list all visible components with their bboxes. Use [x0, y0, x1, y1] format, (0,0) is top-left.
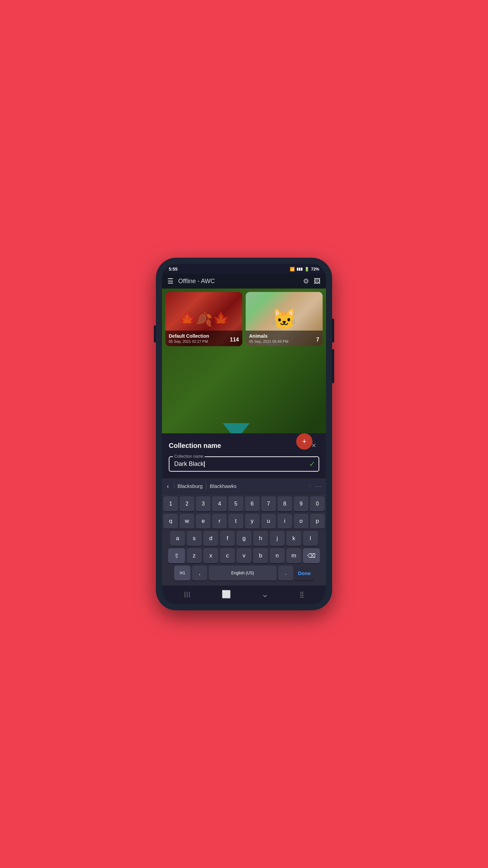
key-i[interactable]: i — [278, 514, 292, 529]
nav-down-icon[interactable]: ⌄ — [261, 589, 269, 599]
key-7[interactable]: 7 — [261, 496, 276, 511]
key-j[interactable]: j — [270, 531, 285, 546]
key-q[interactable]: q — [163, 514, 178, 529]
keyboard: 1 2 3 4 5 6 7 8 9 0 q w — [162, 494, 326, 586]
menu-icon[interactable]: ☰ — [167, 277, 174, 285]
key-p[interactable]: p — [310, 514, 325, 529]
key-4[interactable]: 4 — [212, 496, 227, 511]
key-b[interactable]: b — [253, 548, 268, 563]
key-l[interactable]: l — [303, 531, 318, 546]
key-v[interactable]: v — [237, 548, 251, 563]
dialog-title: Collection name — [169, 442, 221, 450]
collection-card-default[interactable]: Default Collection 05 Sep, 2021 02:27 PM… — [165, 292, 242, 346]
card-overlay-animals: Animals 05 Sep, 2021 05:49 PM — [246, 331, 323, 346]
keyboard-row-numbers: 1 2 3 4 5 6 7 8 9 0 — [163, 496, 325, 511]
nav-back-icon[interactable]: ||| — [184, 591, 191, 598]
heart-icon[interactable]: ♥ — [308, 482, 312, 490]
key-n[interactable]: n — [270, 548, 285, 563]
collection-name-input[interactable]: Collection name Dark Black ✓ — [169, 456, 319, 472]
cursor — [204, 461, 205, 467]
keyboard-row-bottom: !#1 , English (US) . Done — [163, 566, 325, 580]
fab-add-button[interactable]: + — [296, 433, 312, 450]
shift-key[interactable]: ⇧ — [168, 548, 185, 563]
key-6[interactable]: 6 — [245, 496, 260, 511]
nav-bar: ||| ⬜ ⌄ ⣿ — [162, 586, 326, 604]
period-key[interactable]: . — [278, 566, 293, 580]
key-m[interactable]: m — [286, 548, 301, 563]
symbols-key[interactable]: !#1 — [174, 566, 190, 580]
key-u[interactable]: u — [261, 514, 276, 529]
collection-card-animals[interactable]: Animals 05 Sep, 2021 05:49 PM 7 — [246, 292, 323, 346]
key-8[interactable]: 8 — [278, 496, 292, 511]
autocomplete-back-icon[interactable]: ‹ — [167, 482, 169, 490]
more-icon[interactable]: ⋯ — [315, 482, 321, 490]
space-key[interactable]: English (US) — [209, 566, 277, 580]
card-name-animals: Animals — [249, 333, 319, 339]
key-9[interactable]: 9 — [294, 496, 308, 511]
bottom-sheet: + Collection name × Collection name Dark… — [162, 433, 326, 604]
autocomplete-bar: ‹ Blacksburg Blackhawks ♥ ⋯ — [162, 478, 326, 494]
settings-icon[interactable]: ⚙ — [303, 277, 309, 285]
keyboard-row-zxcv: ⇧ z x c v b n m ⌫ — [163, 548, 325, 563]
confirm-icon[interactable]: ✓ — [309, 460, 315, 469]
status-icons: 📶 ▮▮▮ 🔋 72% — [290, 267, 319, 272]
collections-grid: Default Collection 05 Sep, 2021 02:27 PM… — [165, 292, 323, 346]
card-date-default: 05 Sep, 2021 02:27 PM — [169, 339, 239, 343]
keyboard-row-qwerty: q w e r t y u i o p — [163, 514, 325, 529]
key-1[interactable]: 1 — [163, 496, 178, 511]
app-header: ☰ Offline - AWC ⚙ 🖼 — [162, 274, 326, 289]
signal-icon: ▮▮▮ — [297, 267, 303, 271]
key-w[interactable]: w — [180, 514, 194, 529]
key-y[interactable]: y — [245, 514, 260, 529]
key-t[interactable]: t — [228, 514, 243, 529]
nav-home-icon[interactable]: ⬜ — [222, 590, 231, 599]
main-content: Default Collection 05 Sep, 2021 02:27 PM… — [162, 289, 326, 604]
status-time: 5:55 — [169, 267, 178, 272]
key-r[interactable]: r — [212, 514, 227, 529]
gallery-icon[interactable]: 🖼 — [314, 277, 321, 285]
backspace-key[interactable]: ⌫ — [303, 548, 320, 563]
key-k[interactable]: k — [286, 531, 301, 546]
comma-key[interactable]: , — [192, 566, 207, 580]
header-actions: ⚙ 🖼 — [303, 277, 321, 285]
key-f[interactable]: f — [220, 531, 235, 546]
dialog-area: + Collection name × Collection name Dark… — [162, 433, 326, 478]
card-count-animals: 7 — [316, 337, 319, 343]
key-0[interactable]: 0 — [310, 496, 325, 511]
key-5[interactable]: 5 — [228, 496, 243, 511]
battery-icon: 🔋 — [304, 267, 309, 272]
separator-1 — [174, 483, 174, 489]
key-2[interactable]: 2 — [180, 496, 194, 511]
key-z[interactable]: z — [187, 548, 202, 563]
wifi-icon: 📶 — [290, 267, 295, 272]
key-3[interactable]: 3 — [196, 496, 210, 511]
key-g[interactable]: g — [237, 531, 251, 546]
key-o[interactable]: o — [294, 514, 308, 529]
suggestion-2[interactable]: Blackhawks — [210, 483, 237, 489]
app-title: Offline - AWC — [178, 278, 303, 285]
key-e[interactable]: e — [196, 514, 210, 529]
key-x[interactable]: x — [203, 548, 218, 563]
key-c[interactable]: c — [220, 548, 235, 563]
input-value: Dark Black — [174, 460, 205, 467]
key-h[interactable]: h — [253, 531, 268, 546]
key-s[interactable]: s — [187, 531, 202, 546]
key-d[interactable]: d — [203, 531, 218, 546]
key-a[interactable]: a — [170, 531, 185, 546]
done-key[interactable]: Done — [295, 566, 314, 580]
suggestion-1[interactable]: Blacksburg — [178, 483, 203, 489]
input-label: Collection name — [173, 454, 205, 459]
battery-percent: 72% — [311, 267, 319, 272]
nav-grid-icon[interactable]: ⣿ — [300, 591, 304, 598]
card-date-animals: 05 Sep, 2021 05:49 PM — [249, 339, 319, 343]
card-name-default: Default Collection — [169, 333, 239, 339]
card-count-default: 114 — [230, 337, 239, 343]
separator-2 — [206, 483, 206, 489]
keyboard-row-asdf: a s d f g h j k l — [163, 531, 325, 546]
status-bar: 5:55 📶 ▮▮▮ 🔋 72% — [162, 264, 326, 274]
